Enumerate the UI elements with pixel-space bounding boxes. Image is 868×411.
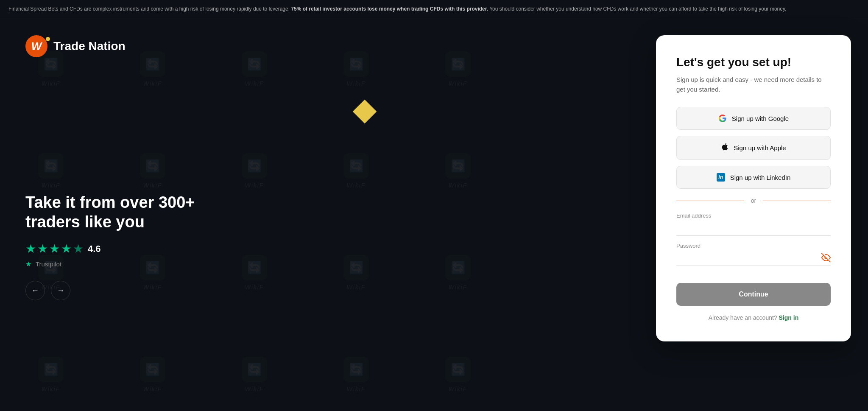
toggle-password-icon[interactable] — [821, 253, 831, 264]
linkedin-btn-label: Sign up with LinkedIn — [730, 174, 791, 181]
password-field-group: Password — [676, 243, 831, 266]
watermark-tile: 🔄 WikiF — [110, 332, 195, 400]
password-label: Password — [676, 243, 831, 249]
next-arrow-button[interactable]: → — [51, 281, 70, 300]
prev-arrow-button[interactable]: ← — [25, 281, 45, 300]
stars-container: ★ ★ ★ ★ ★ — [25, 242, 84, 256]
main-area: 🔄 WikiF 🔄 WikiF 🔄 WikiF 🔄 WikiF 🔄 WikiF — [0, 18, 868, 400]
logo-icon: W — [25, 35, 47, 57]
apple-signup-button[interactable]: Sign up with Apple — [676, 136, 831, 160]
trustpilot-row: ★ Trustpilot — [25, 260, 605, 268]
linkedin-signup-button[interactable]: in Sign up with LinkedIn — [676, 166, 831, 189]
email-wrapper — [676, 221, 831, 236]
card-subtitle: Sign up is quick and easy - we need more… — [676, 75, 831, 94]
email-field-group: Email address — [676, 212, 831, 236]
star-4: ★ — [61, 242, 72, 256]
right-side: Let's get you set up! Sign up is quick a… — [631, 18, 868, 400]
trustpilot-label: Trustpilot — [36, 260, 61, 268]
already-text: Already have an account? — [709, 314, 777, 321]
star-3: ★ — [49, 242, 60, 256]
star-5-half: ★ — [73, 242, 84, 256]
google-btn-label: Sign up with Google — [732, 115, 789, 122]
risk-text-normal: Financial Spread Bets and CFDs are compl… — [8, 6, 291, 12]
left-side: 🔄 WikiF 🔄 WikiF 🔄 WikiF 🔄 WikiF 🔄 WikiF — [0, 18, 631, 400]
logo-area: W Trade Nation — [25, 35, 605, 57]
trustpilot-star-icon: ★ — [25, 260, 31, 268]
or-text: or — [751, 197, 756, 204]
apple-icon — [721, 143, 728, 153]
star-2: ★ — [37, 242, 48, 256]
or-line-right — [763, 201, 831, 201]
google-signup-button[interactable]: Sign up with Google — [676, 107, 831, 130]
risk-text-end: You should consider whether you understa… — [488, 6, 786, 12]
star-1: ★ — [25, 242, 36, 256]
watermark-tile: 🔄 WikiF — [416, 332, 500, 400]
google-icon — [718, 114, 727, 123]
email-label: Email address — [676, 212, 831, 219]
watermark-tile: 🔄 WikiF — [8, 332, 93, 400]
nav-arrows: ← → — [25, 281, 605, 300]
risk-text-bold: 75% of retail investor accounts lose mon… — [291, 6, 488, 12]
watermark-tile: 🔄 WikiF — [212, 332, 297, 400]
signin-link[interactable]: Sign in — [779, 314, 799, 321]
card-title: Let's get you set up! — [676, 56, 831, 69]
risk-banner: Financial Spread Bets and CFDs are compl… — [0, 0, 868, 18]
or-divider: or — [676, 197, 831, 204]
or-line-left — [676, 201, 744, 201]
stars-row: ★ ★ ★ ★ ★ 4.6 — [25, 242, 605, 256]
rating-number: 4.6 — [88, 243, 101, 254]
signup-card: Let's get you set up! Sign up is quick a… — [656, 35, 851, 341]
email-input[interactable] — [676, 221, 831, 232]
continue-button[interactable]: Continue — [676, 283, 831, 306]
apple-btn-label: Sign up with Apple — [734, 144, 786, 151]
signin-row: Already have an account? Sign in — [676, 314, 831, 321]
password-input[interactable] — [676, 252, 831, 262]
logo-text: Trade Nation — [53, 39, 126, 53]
testimonial-area: Take it from over 300+ traders like you … — [25, 193, 605, 300]
testimonial-heading: Take it from over 300+ traders like you — [25, 193, 237, 232]
logo-symbol: W — [31, 40, 42, 53]
linkedin-icon: in — [717, 173, 725, 182]
watermark-tile: 🔄 WikiF — [314, 332, 399, 400]
password-wrapper — [676, 252, 831, 266]
